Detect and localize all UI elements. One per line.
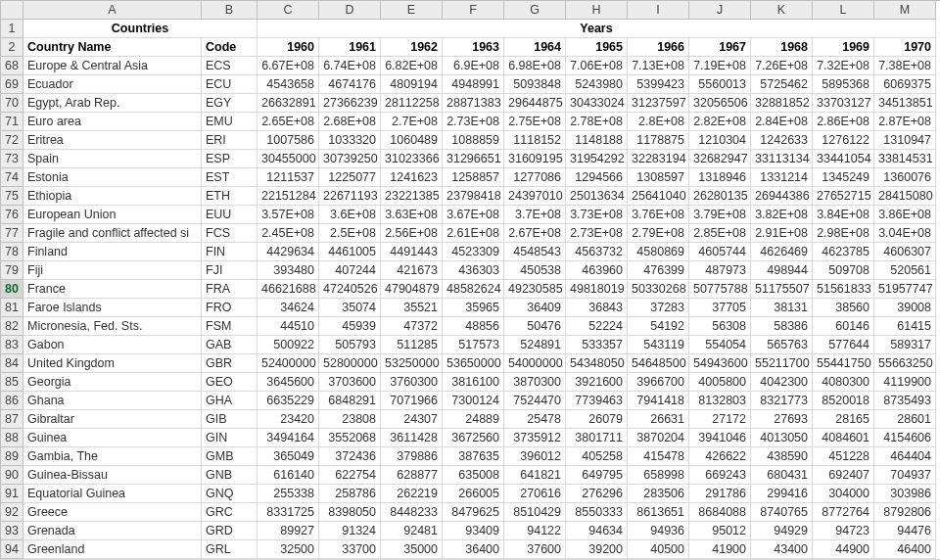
cell-code[interactable]: GAB [202,336,258,354]
cell-value[interactable]: 54000000 [504,354,566,373]
cell-value[interactable]: 3870204 [628,429,689,447]
cell-value[interactable]: 1211537 [258,168,319,187]
cell-value[interactable]: 7.38E+08 [874,57,936,75]
row-header-91[interactable]: 91 [1,485,24,503]
cell-country-name[interactable]: Faroe Islands [24,299,202,317]
cell-value[interactable]: 4626469 [751,243,813,261]
cell-value[interactable]: 255338 [258,485,319,503]
cell-value[interactable]: 379886 [381,447,443,466]
cell-value[interactable]: 37283 [628,299,689,317]
cell-value[interactable]: 58386 [751,317,813,336]
cell-value[interactable]: 32500 [258,540,319,559]
cell-value[interactable]: 1178875 [628,131,689,150]
cell-value[interactable]: 8613651 [628,503,689,522]
cell-value[interactable]: 95012 [689,522,751,540]
cell-value[interactable]: 28415080 [874,187,936,206]
cell-country-name[interactable]: Ethiopia [24,187,202,206]
cell-value[interactable]: 50775788 [689,280,751,299]
cell-value[interactable]: 2.67E+08 [504,224,566,243]
cell-value[interactable]: 51561833 [813,280,874,299]
cell-value[interactable]: 680431 [751,466,813,485]
cell-value[interactable]: 4042300 [751,373,813,392]
cell-value[interactable]: 48856 [443,317,504,336]
cell-value[interactable]: 8772764 [813,503,874,522]
cell-value[interactable]: 38560 [813,299,874,317]
cell-value[interactable]: 28871383 [443,94,504,113]
cell-value[interactable]: 450538 [504,261,566,280]
cell-country-name[interactable]: Finland [24,243,202,261]
row-header-89[interactable]: 89 [1,447,24,466]
cell-value[interactable]: 704937 [874,466,936,485]
cell-value[interactable]: 32682947 [689,150,751,168]
cell-value[interactable]: 641821 [504,466,566,485]
cell-value[interactable]: 34624 [258,299,319,317]
cell-value[interactable]: 1088859 [443,131,504,150]
cell-value[interactable]: 25641040 [628,187,689,206]
cell-value[interactable]: 7.32E+08 [813,57,874,75]
cell-value[interactable]: 3645600 [258,373,319,392]
cell-value[interactable]: 6.82E+08 [381,57,443,75]
cell-value[interactable]: 2.73E+08 [443,113,504,131]
cell-value[interactable]: 30739250 [319,150,381,168]
cell-country-name[interactable]: Greenland [24,540,202,559]
cell-value[interactable]: 276296 [566,485,628,503]
cell-value[interactable]: 3.79E+08 [689,206,751,224]
cell-value[interactable]: 2.84E+08 [751,113,813,131]
cell-value[interactable]: 1118152 [504,131,566,150]
cell-value[interactable]: 405258 [566,447,628,466]
cell-value[interactable]: 89927 [258,522,319,540]
cell-value[interactable]: 2.65E+08 [258,113,319,131]
cell-value[interactable]: 463960 [566,261,628,280]
cell-value[interactable]: 266005 [443,485,504,503]
cell-value[interactable]: 393480 [258,261,319,280]
cell-value[interactable]: 8684088 [689,503,751,522]
cell-value[interactable]: 3672560 [443,429,504,447]
cell-value[interactable]: 4563732 [566,243,628,261]
cell-country-name[interactable]: Eritrea [24,131,202,150]
col-header-C[interactable]: C [258,1,319,20]
cell-value[interactable]: 37600 [504,540,566,559]
cell-value[interactable]: 2.45E+08 [258,224,319,243]
cell-value[interactable]: 47904879 [381,280,443,299]
cell-value[interactable]: 3870300 [504,373,566,392]
cell-value[interactable]: 24307 [381,410,443,429]
cell-value[interactable]: 8479625 [443,503,504,522]
cell-value[interactable]: 93409 [443,522,504,540]
cell-code[interactable]: ETH [202,187,258,206]
cell-value[interactable]: 35521 [381,299,443,317]
cell-value[interactable]: 2.5E+08 [319,224,381,243]
cell-value[interactable]: 1310947 [874,131,936,150]
cell-value[interactable]: 2.7E+08 [381,113,443,131]
cell-value[interactable]: 628877 [381,466,443,485]
cell-value[interactable]: 5895368 [813,75,874,94]
cell-value[interactable]: 577644 [813,336,874,354]
cell-value[interactable]: 7739463 [566,392,628,410]
cell-value[interactable]: 36843 [566,299,628,317]
cell-value[interactable]: 35000 [381,540,443,559]
cell-value[interactable]: 8448233 [381,503,443,522]
cell-value[interactable]: 39008 [874,299,936,317]
cell-value[interactable]: 51175507 [751,280,813,299]
cell-value[interactable]: 2.86E+08 [813,113,874,131]
cell-value[interactable]: 7.26E+08 [751,57,813,75]
row-header-85[interactable]: 85 [1,373,24,392]
cell-value[interactable]: 55663250 [874,354,936,373]
col-header-I[interactable]: I [628,1,689,20]
cell-country-name[interactable]: Fiji [24,261,202,280]
cell-value[interactable]: 635008 [443,466,504,485]
cell-value[interactable]: 3.67E+08 [443,206,504,224]
cell-value[interactable]: 554054 [689,336,751,354]
cell-code[interactable]: ERI [202,131,258,150]
cell-value[interactable]: 304000 [813,485,874,503]
cell-code[interactable]: ECU [202,75,258,94]
cell-value[interactable]: 1242633 [751,131,813,150]
cell-country-name[interactable]: Ecuador [24,75,202,94]
row-header-86[interactable]: 86 [1,392,24,410]
cell-value[interactable]: 1360076 [874,168,936,187]
cell-value[interactable]: 51957747 [874,280,936,299]
cell-value[interactable]: 56308 [689,317,751,336]
cell-value[interactable]: 396012 [504,447,566,466]
cell-country-name[interactable]: Spain [24,150,202,168]
cell-value[interactable]: 94634 [566,522,628,540]
cell-value[interactable]: 4543658 [258,75,319,94]
